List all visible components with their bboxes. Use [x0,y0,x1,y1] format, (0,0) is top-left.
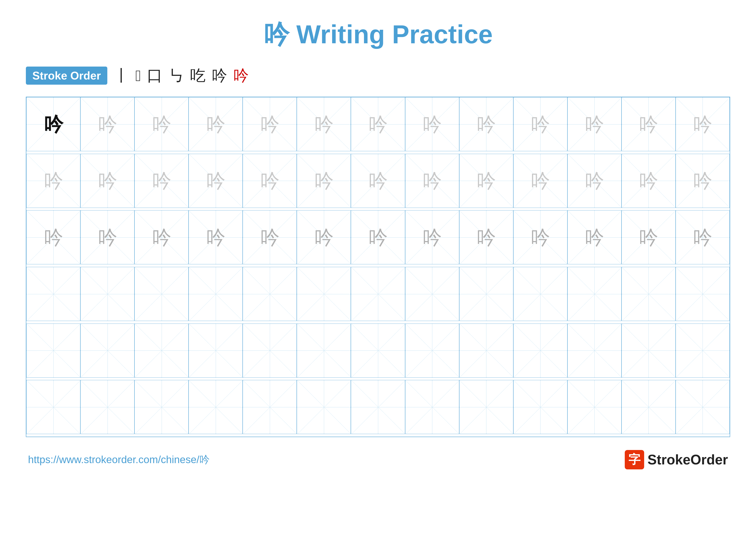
grid-cell-r5-c2[interactable] [80,323,134,378]
grid-cell-r1-c8[interactable]: 吟 [405,97,459,151]
grid-cell-r5-c5[interactable] [243,323,297,378]
grid-cell-r6-c8[interactable] [405,380,459,434]
grid-cell-r4-c10[interactable] [513,267,567,321]
grid-cell-r2-c1[interactable]: 吟 [26,154,80,208]
char-medium: 吟 [314,228,334,247]
grid-cell-r1-c1[interactable]: 吟 [26,97,80,151]
grid-cell-r3-c7[interactable]: 吟 [351,210,405,264]
grid-cell-r1-c4[interactable]: 吟 [189,97,243,151]
grid-cell-r4-c9[interactable] [459,267,513,321]
grid-cell-r1-c11[interactable]: 吟 [567,97,622,151]
grid-cell-r6-c6[interactable] [297,380,351,434]
char-light: 吟 [530,171,550,191]
footer: https://www.strokeorder.com/chinese/吟 字 … [26,450,730,470]
stroke-5: 吃 [190,65,205,86]
char-light: 吟 [368,171,388,191]
grid-cell-r4-c8[interactable] [405,267,459,321]
grid-cell-r3-c2[interactable]: 吟 [80,210,134,264]
grid-cell-r5-c1[interactable] [26,323,80,378]
grid-cell-r5-c6[interactable] [297,323,351,378]
grid-cell-r6-c1[interactable] [26,380,80,434]
grid-cell-r2-c3[interactable]: 吟 [134,154,189,208]
grid-cell-r2-c2[interactable]: 吟 [80,154,134,208]
grid-cell-r5-c11[interactable] [567,323,622,378]
grid-cell-r4-c7[interactable] [351,267,405,321]
grid-cell-r6-c13[interactable] [676,380,730,434]
grid-cell-r3-c6[interactable]: 吟 [297,210,351,264]
grid-cell-r4-c2[interactable] [80,267,134,321]
grid-cell-r5-c13[interactable] [676,323,730,378]
grid-cell-r5-c3[interactable] [134,323,189,378]
grid-cell-r5-c4[interactable] [189,323,243,378]
grid-cell-r1-c3[interactable]: 吟 [134,97,189,151]
grid-cell-r5-c9[interactable] [459,323,513,378]
stroke-3: 口 [147,65,162,86]
char-light: 吟 [585,171,604,191]
grid-cell-r2-c13[interactable]: 吟 [676,154,730,208]
grid-cell-r3-c5[interactable]: 吟 [243,210,297,264]
grid-cell-r3-c13[interactable]: 吟 [676,210,730,264]
char-medium: 吟 [206,228,226,247]
grid-cell-r1-c9[interactable]: 吟 [459,97,513,151]
grid-cell-r5-c7[interactable] [351,323,405,378]
grid-cell-r2-c5[interactable]: 吟 [243,154,297,208]
grid-cell-r1-c5[interactable]: 吟 [243,97,297,151]
grid-cell-r1-c2[interactable]: 吟 [80,97,134,151]
grid-cell-r3-c3[interactable]: 吟 [134,210,189,264]
grid-cell-r2-c10[interactable]: 吟 [513,154,567,208]
grid-cell-r2-c7[interactable]: 吟 [351,154,405,208]
char-light: 吟 [693,114,712,134]
stroke-sequence: 丨 𠃌 口 ㇉ 吃 吟 吟 [114,65,249,86]
grid-cell-r3-c1[interactable]: 吟 [26,210,80,264]
grid-cell-r6-c2[interactable] [80,380,134,434]
grid-cell-r6-c11[interactable] [567,380,622,434]
grid-cell-r2-c6[interactable]: 吟 [297,154,351,208]
grid-cell-r6-c7[interactable] [351,380,405,434]
char-light: 吟 [260,114,280,134]
footer-logo: 字 StrokeOrder [625,450,728,470]
grid-cell-r4-c6[interactable] [297,267,351,321]
grid-cell-r6-c3[interactable] [134,380,189,434]
grid-cell-r2-c9[interactable]: 吟 [459,154,513,208]
char-medium: 吟 [98,228,117,247]
grid-cell-r1-c10[interactable]: 吟 [513,97,567,151]
grid-cell-r2-c8[interactable]: 吟 [405,154,459,208]
grid-cell-r1-c6[interactable]: 吟 [297,97,351,151]
char-medium: 吟 [585,228,604,247]
char-light: 吟 [206,114,226,134]
footer-url[interactable]: https://www.strokeorder.com/chinese/吟 [28,453,210,467]
grid-cell-r3-c11[interactable]: 吟 [567,210,622,264]
grid-cell-r4-c5[interactable] [243,267,297,321]
grid-cell-r5-c8[interactable] [405,323,459,378]
grid-cell-r4-c13[interactable] [676,267,730,321]
grid-cell-r1-c13[interactable]: 吟 [676,97,730,151]
grid-cell-r6-c12[interactable] [622,380,676,434]
grid-cell-r4-c3[interactable] [134,267,189,321]
grid-cell-r6-c4[interactable] [189,380,243,434]
grid-cell-r4-c11[interactable] [567,267,622,321]
grid-cell-r4-c12[interactable] [622,267,676,321]
char-light: 吟 [693,171,712,191]
grid-cell-r3-c12[interactable]: 吟 [622,210,676,264]
char-light: 吟 [98,114,117,134]
grid-cell-r6-c5[interactable] [243,380,297,434]
grid-cell-r4-c4[interactable] [189,267,243,321]
grid-cell-r2-c11[interactable]: 吟 [567,154,622,208]
grid-cell-r1-c12[interactable]: 吟 [622,97,676,151]
grid-cell-r4-c1[interactable] [26,267,80,321]
grid-cell-r6-c9[interactable] [459,380,513,434]
logo-text: StrokeOrder [648,452,728,468]
grid-cell-r6-c10[interactable] [513,380,567,434]
char-light: 吟 [152,114,171,134]
grid-cell-r2-c12[interactable]: 吟 [622,154,676,208]
char-light: 吟 [152,171,171,191]
grid-cell-r3-c8[interactable]: 吟 [405,210,459,264]
grid-cell-r5-c12[interactable] [622,323,676,378]
grid-cell-r3-c10[interactable]: 吟 [513,210,567,264]
grid-cell-r1-c7[interactable]: 吟 [351,97,405,151]
logo-icon: 字 [625,450,644,470]
grid-cell-r3-c4[interactable]: 吟 [189,210,243,264]
grid-cell-r3-c9[interactable]: 吟 [459,210,513,264]
grid-cell-r2-c4[interactable]: 吟 [189,154,243,208]
grid-cell-r5-c10[interactable] [513,323,567,378]
